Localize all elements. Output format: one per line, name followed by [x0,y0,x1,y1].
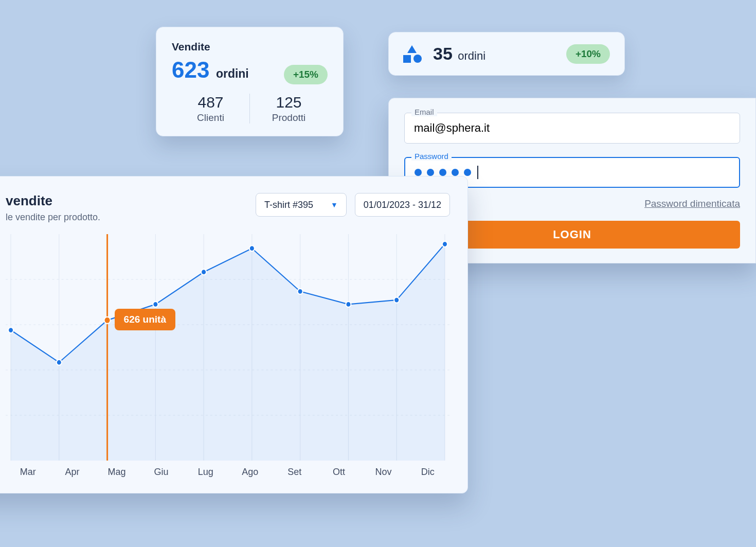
svg-point-17 [104,317,111,324]
forgot-password-link[interactable]: Password dimenticata [644,198,740,209]
svg-point-24 [442,241,447,247]
x-tick-label: Set [272,467,316,478]
x-tick-label: Apr [50,467,94,478]
x-tick-label: Lug [184,467,228,478]
x-tick-label: Nov [361,467,405,478]
product-select[interactable]: T-shirt #395 ▼ [256,193,347,217]
x-tick-label: Mag [95,467,139,478]
sales-orders-label: ordini [216,67,249,80]
svg-point-22 [346,302,351,307]
sales-chart-card: vendite le vendite per prodotto. T-shirt… [0,176,468,493]
svg-point-15 [8,327,13,333]
sales-title: Vendite [172,41,328,53]
chart-title: vendite [6,193,100,209]
svg-point-19 [201,269,206,275]
email-field-wrap: Email [404,113,740,144]
x-tick-label: Dic [406,467,450,478]
chart-subtitle: le vendite per prodotto. [6,212,100,223]
orders-label: ordini [458,49,485,62]
date-range-picker[interactable]: 01/01/2023 - 31/12 [355,193,450,217]
orders-count: 35 [433,44,453,63]
product-select-value: T-shirt #395 [264,200,313,210]
shapes-icon [403,45,422,63]
date-range-value: 01/01/2023 - 31/12 [364,200,441,210]
orders-mini-card: 35 ordini +10% [388,32,625,76]
svg-point-23 [394,297,399,303]
clients-count: 487 [172,94,249,111]
orders-change-badge: +10% [566,44,610,64]
products-label: Prodotti [250,112,328,123]
x-tick-label: Giu [139,467,183,478]
products-count: 125 [250,94,328,111]
svg-point-21 [298,289,303,294]
password-label: Password [411,152,452,161]
sales-orders-count: 623 [172,57,209,82]
svg-point-20 [249,245,255,251]
chart-plot: 626 unità [6,234,450,461]
x-tick-label: Ago [228,467,272,478]
clients-label: Clienti [172,112,249,123]
x-tick-label: Mar [6,467,50,478]
svg-point-18 [153,302,158,307]
sales-change-badge: +15% [284,65,328,84]
chart-x-axis: MarAprMagGiuLugAgoSetOttNovDic [6,467,450,478]
chart-tooltip: 626 unità [115,309,175,330]
email-field[interactable] [404,113,740,144]
svg-point-16 [57,360,62,365]
email-label: Email [411,108,437,116]
sales-summary-card: Vendite 623 ordini +15% 487 Clienti 125 … [156,27,344,136]
chevron-down-icon: ▼ [331,201,338,209]
x-tick-label: Ott [317,467,361,478]
